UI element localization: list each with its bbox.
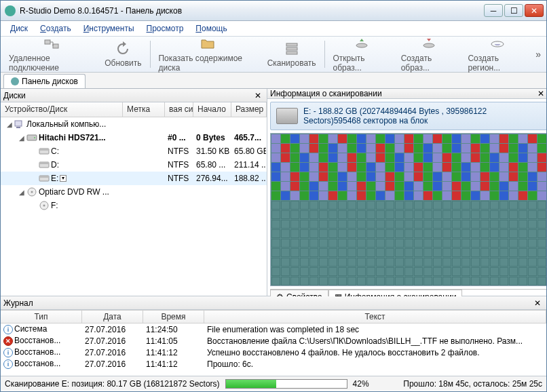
progress-bar: [225, 379, 347, 389]
svg-point-6: [423, 43, 434, 47]
col-size[interactable]: Размер: [231, 102, 267, 117]
svg-rect-17: [39, 176, 49, 178]
toolbar: Удаленное подключение Обновить Показать …: [1, 36, 546, 73]
tree-row[interactable]: ◢Optiarc DVD RW ...: [1, 185, 267, 199]
col-device[interactable]: Устройство/Диск: [1, 102, 123, 117]
tab-icon: [11, 77, 19, 85]
tab-disk-panel[interactable]: Панель дисков: [3, 74, 86, 88]
journal-columns: Тип Дата Время Текст: [1, 310, 546, 324]
status-elapsed: Прошло: 18м 45с, осталось: 25м 25с: [403, 379, 542, 389]
open-image-icon: [354, 36, 370, 52]
jcol-time[interactable]: Время: [143, 311, 204, 323]
scan-info-title: Информация о сканировании: [270, 89, 382, 98]
svg-rect-1: [53, 44, 58, 48]
col-start[interactable]: Начало: [193, 102, 231, 117]
close-button[interactable]: ✕: [525, 4, 544, 17]
svg-rect-0: [45, 40, 50, 44]
menubar: Диск Создать Инструменты Просмотр Помощь: [1, 21, 546, 36]
svg-rect-15: [39, 162, 49, 164]
refresh-button[interactable]: Обновить: [99, 39, 147, 69]
hdd-icon: [276, 108, 298, 124]
create-image-button[interactable]: Создать образ...: [396, 35, 463, 74]
svg-point-21: [43, 205, 45, 207]
status-scan-text: Сканирование E: позиция: 80.17 GB (16812…: [5, 379, 220, 389]
device-tree[interactable]: ◢Локальный компью...◢Hitachi HDS721...#0…: [1, 117, 267, 296]
minimize-button[interactable]: ─: [484, 4, 503, 17]
col-label[interactable]: Метка: [123, 102, 165, 117]
journal-row[interactable]: iВосстанов...27.07.201611:41:12Прошло: 6…: [1, 358, 546, 370]
menu-view[interactable]: Просмотр: [141, 22, 189, 35]
jcol-type[interactable]: Тип: [1, 311, 82, 323]
menu-disk[interactable]: Диск: [5, 22, 33, 35]
create-region-button[interactable]: Создать регион...: [462, 35, 533, 74]
svg-point-5: [356, 43, 367, 47]
tabstrip: Панель дисков: [1, 73, 546, 89]
journal-row[interactable]: iВосстанов...27.07.201611:41:12Успешно в…: [1, 347, 546, 358]
journal-panel: Журнал ✕ Тип Дата Время Текст iСистема27…: [1, 296, 546, 376]
toolbar-overflow[interactable]: »: [533, 49, 544, 60]
remote-connect-button[interactable]: Удаленное подключение: [3, 35, 99, 74]
disks-panel: Диски ✕ Устройство/Диск Метка вая си Нач…: [1, 89, 267, 296]
tree-row[interactable]: F:: [1, 199, 267, 212]
svg-rect-4: [286, 52, 297, 54]
scan-button[interactable]: Сканировать: [262, 39, 322, 69]
tree-row[interactable]: E:▾NTFS276.94...188.82 ...: [1, 172, 267, 185]
journal-close-icon[interactable]: ✕: [531, 298, 544, 308]
statusbar: Сканирование E: позиция: 80.17 GB (16812…: [1, 376, 546, 391]
menu-tools[interactable]: Инструменты: [78, 22, 140, 35]
svg-rect-2: [286, 43, 297, 46]
maximize-button[interactable]: ☐: [504, 4, 523, 17]
create-image-icon: [421, 36, 437, 52]
scan-drive-banner: E: - 188.82 GB (202744894464 Bytes , 395…: [270, 102, 547, 130]
scan-icon: [284, 41, 300, 57]
disks-close-icon[interactable]: ✕: [252, 91, 264, 100]
refresh-icon: [115, 41, 131, 57]
svg-rect-9: [16, 127, 20, 128]
create-region-icon: [489, 36, 506, 52]
scan-info-panel: Информация о сканировании ✕ E: - 188.82 …: [267, 89, 547, 296]
tree-row[interactable]: C:NTFS31.50 KB65.80 GB: [1, 144, 267, 158]
status-percent: 42%: [353, 379, 369, 389]
show-content-button[interactable]: Показать содержимое диска: [153, 35, 261, 74]
svg-rect-3: [286, 47, 297, 50]
app-icon: [5, 5, 16, 16]
journal-row[interactable]: ✕Восстанов...27.07.201611:41:05Восстанов…: [1, 335, 546, 347]
disks-title: Диски: [3, 91, 26, 100]
journal-row[interactable]: iСистема27.07.201611:24:50File enumerati…: [1, 324, 546, 335]
menu-create[interactable]: Создать: [35, 22, 77, 35]
open-image-button[interactable]: Открыть образ...: [327, 35, 395, 74]
menu-help[interactable]: Помощь: [190, 22, 232, 35]
col-fs[interactable]: вая си: [165, 102, 193, 117]
folder-icon: [200, 36, 216, 52]
remote-icon: [43, 36, 60, 52]
block-map[interactable]: [270, 133, 547, 286]
titlebar: R-Studio Demo 8.0.164571 - Панель дисков…: [1, 1, 546, 21]
svg-rect-13: [39, 149, 49, 151]
disks-columns: Устройство/Диск Метка вая си Начало Разм…: [1, 102, 267, 117]
tree-row[interactable]: ◢Hitachi HDS721...#0 ...0 Bytes465.7...: [1, 131, 267, 144]
window-title: R-Studio Demo 8.0.164571 - Панель дисков: [20, 6, 484, 16]
journal-rows[interactable]: iСистема27.07.201611:24:50File enumerati…: [1, 324, 546, 376]
svg-rect-8: [15, 121, 22, 126]
svg-point-11: [34, 137, 35, 138]
tree-row[interactable]: ◢Локальный компью...: [1, 117, 267, 131]
jcol-date[interactable]: Дата: [82, 311, 143, 323]
dropdown-icon[interactable]: ▾: [60, 175, 67, 182]
journal-title: Журнал: [3, 298, 33, 308]
svg-point-19: [31, 191, 33, 193]
jcol-text[interactable]: Текст: [204, 311, 546, 323]
tree-row[interactable]: D:NTFS65.80 ...211.14 ...: [1, 158, 267, 172]
scan-drive-info: E: - 188.82 GB (202744894464 Bytes , 395…: [303, 106, 541, 125]
scan-info-close-icon[interactable]: ✕: [535, 89, 547, 98]
